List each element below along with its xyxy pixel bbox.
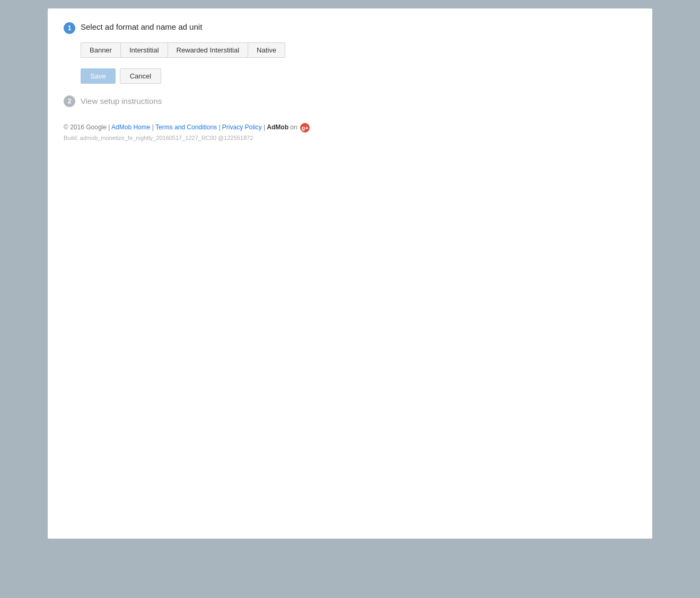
step1-row: 1 Select ad format and name ad unit xyxy=(64,21,636,34)
admob-label: AdMob xyxy=(267,124,288,131)
footer: © 2016 Google | AdMob Home | Terms and C… xyxy=(64,123,636,141)
save-button[interactable]: Save xyxy=(81,68,116,84)
privacy-link[interactable]: Privacy Policy xyxy=(222,124,262,131)
main-container: 1 Select ad format and name ad unit Bann… xyxy=(48,8,652,539)
gplus-icon[interactable]: g+ xyxy=(300,123,310,133)
tab-banner[interactable]: Banner xyxy=(81,43,121,57)
step2-badge: 2 xyxy=(64,95,75,107)
step2-title: View setup instructions xyxy=(81,95,162,107)
tab-native[interactable]: Native xyxy=(248,43,285,57)
footer-line1: © 2016 Google | AdMob Home | Terms and C… xyxy=(64,123,636,133)
terms-link[interactable]: Terms and Conditions xyxy=(155,124,217,131)
tab-interstitial[interactable]: Interstitial xyxy=(121,43,168,57)
step1-badge: 1 xyxy=(64,22,75,34)
tab-rewarded-interstitial[interactable]: Rewarded Interstitial xyxy=(168,43,249,57)
step1-title: Select ad format and name ad unit xyxy=(81,21,202,32)
action-buttons: Save Cancel xyxy=(81,68,636,84)
on-label: on xyxy=(290,124,299,131)
tab-group: Banner Interstitial Rewarded Interstitia… xyxy=(81,42,285,58)
step2-row: 2 View setup instructions xyxy=(64,94,636,107)
admob-home-link[interactable]: AdMob Home xyxy=(111,124,150,131)
copyright: © 2016 Google xyxy=(64,124,107,131)
ad-format-section: Banner Interstitial Rewarded Interstitia… xyxy=(81,42,636,84)
build-info: Build: admob_monetize_fe_nightly_2016051… xyxy=(64,135,636,141)
cancel-button[interactable]: Cancel xyxy=(120,68,161,84)
